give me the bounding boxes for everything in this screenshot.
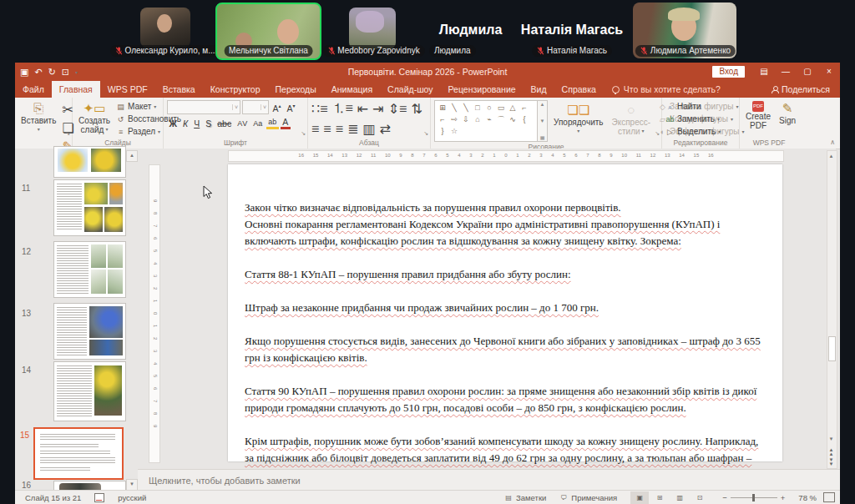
zoom-slider[interactable]	[731, 497, 777, 498]
zoom-in-icon[interactable]: +	[781, 493, 786, 502]
shape-elbow-arrow-icon[interactable]: ⌐	[437, 113, 448, 125]
font-size-select[interactable]: ˅	[242, 100, 269, 114]
decrease-font-size-button[interactable]: А▾	[285, 100, 297, 114]
increase-indent-icon[interactable]: ⇥	[372, 101, 383, 117]
tab-slideshow[interactable]: Слайд-шоу	[380, 81, 440, 98]
justify-icon[interactable]: ≣	[347, 121, 358, 137]
gallery-more-icon[interactable]: ▦	[540, 134, 545, 140]
participant-tile-no-video[interactable]: Наталія Магась Наталія Магась	[514, 3, 630, 60]
shape-curve-icon[interactable]: ∿	[507, 113, 519, 125]
font-dialog-launcher-icon[interactable]: ↘	[301, 130, 306, 137]
shape-triangle-icon[interactable]: △	[507, 102, 519, 113]
shape-textbox-icon[interactable]: ⊞	[437, 102, 448, 113]
collapse-ribbon-icon[interactable]: ∧	[830, 139, 835, 146]
sign-in-button[interactable]: Вход	[712, 66, 745, 78]
shape-arc-icon[interactable]: ⌒	[495, 113, 507, 125]
slide-thumbnail-11[interactable]	[54, 180, 125, 235]
normal-view-button[interactable]: ▣	[630, 491, 649, 504]
italic-button[interactable]: К	[181, 118, 190, 129]
ribbon-display-options-icon[interactable]: ▤	[753, 63, 775, 81]
new-slide-button[interactable]: ✦▭ Создать слайд▾	[76, 100, 113, 138]
text-shadow-button[interactable]: S	[204, 118, 214, 129]
slide-text-box[interactable]: Закон чітко визначає відповідальність за…	[245, 199, 766, 483]
shapes-gallery-scroll[interactable]: ▲ ▼ ▦	[538, 100, 548, 142]
slide-thumbnail-10-partial[interactable]	[54, 147, 125, 177]
shape-rectangle-icon[interactable]: □	[472, 102, 483, 113]
slide-thumbnail-12[interactable]	[54, 242, 125, 297]
notes-toggle[interactable]: ▤ Заметки	[498, 491, 553, 504]
align-right-icon[interactable]: ≡	[336, 122, 343, 137]
shape-brace-left-icon[interactable]: {	[519, 113, 530, 125]
shape-arrow-line-icon[interactable]: ╲	[460, 102, 472, 113]
font-name-select[interactable]: ˅	[167, 100, 240, 114]
character-spacing-button[interactable]: АV	[235, 118, 250, 129]
slide-sorter-view-button[interactable]: ⊞	[650, 491, 669, 504]
smartart-convert-icon[interactable]: ⇄	[380, 121, 391, 137]
line-spacing-icon[interactable]: ⇕≡	[388, 101, 407, 117]
scrollbar-thumb[interactable]	[828, 336, 836, 361]
highlight-color-button[interactable]: ab	[266, 118, 279, 129]
thumbnail-scroll-down-icon[interactable]: ▼	[126, 479, 138, 491]
reading-view-button[interactable]: ▥	[670, 491, 689, 504]
change-case-button[interactable]: Аа	[251, 118, 265, 129]
comments-toggle[interactable]: 🗩 Примечания	[553, 491, 624, 504]
slide-thumbnail-15-selected[interactable]	[33, 427, 124, 480]
zoom-level[interactable]: 78 %	[792, 493, 823, 502]
scroll-up-icon[interactable]: ▲	[827, 152, 835, 160]
vertical-scrollbar[interactable]: ▲ ▼ ▲▲ ▼▼	[827, 150, 837, 469]
text-direction-icon[interactable]: ⇅	[411, 101, 422, 117]
share-button[interactable]: Поделиться	[761, 81, 840, 98]
close-button[interactable]: ×	[818, 63, 840, 81]
tab-wps-pdf[interactable]: WPS PDF	[100, 81, 155, 98]
select-button[interactable]: ▷Выделить▾	[665, 127, 721, 137]
zoom-control[interactable]: − +	[716, 493, 792, 502]
quick-styles-button[interactable]: ◌ Экспресс- стили▾	[610, 100, 654, 142]
strikethrough-button[interactable]: abc	[215, 118, 234, 129]
slide-thumbnail-13[interactable]	[54, 304, 125, 359]
participant-tile[interactable]: Олександр Курило, м...	[114, 3, 215, 60]
shape-arrow-right-icon[interactable]: ⇨	[448, 113, 460, 125]
replace-button[interactable]: abЗаменить▾	[665, 114, 721, 124]
scroll-up-icon[interactable]: ▲	[540, 102, 545, 107]
next-slide-button[interactable]: ▼▼	[827, 458, 835, 466]
shape-freeform-icon[interactable]: ⌁	[483, 113, 495, 125]
arrange-button[interactable]: ❏❏ Упорядочить ▾	[551, 100, 606, 142]
tab-review[interactable]: Рецензирование	[441, 81, 524, 98]
slide-thumbnail-14[interactable]	[54, 362, 125, 421]
shape-pentagon-icon[interactable]: ⌂	[472, 113, 483, 125]
tab-view[interactable]: Вид	[524, 81, 554, 98]
shape-ellipse-icon[interactable]: ○	[483, 102, 495, 113]
previous-slide-button[interactable]: ▲▲	[827, 448, 835, 456]
participant-tile-no-video[interactable]: Людмила Людмила	[428, 3, 514, 60]
tab-help[interactable]: Справка	[554, 81, 604, 98]
find-button[interactable]: ⌕Найти	[665, 102, 721, 112]
scroll-down-icon[interactable]: ▼	[540, 118, 545, 123]
participant-tile[interactable]: Medobory Zapovidnyk	[327, 3, 420, 60]
restore-button[interactable]: ▢	[797, 63, 818, 81]
fit-slide-to-window-button[interactable]	[823, 492, 835, 502]
tab-animations[interactable]: Анимация	[324, 81, 380, 98]
shapes-gallery[interactable]: ⊞╲╲□○▭ △⌐⌐⇨⇩⌂ ⌁⌒∿{}☆ ▲ ▼ ▦	[434, 100, 548, 142]
sign-button[interactable]: ✎ Sign	[777, 100, 798, 138]
tab-design[interactable]: Конструктор	[203, 81, 268, 98]
tell-me-search[interactable]: Что вы хотите сделать?	[604, 81, 729, 98]
tab-home[interactable]: Главная	[52, 81, 100, 98]
shape-line-icon[interactable]: ╲	[448, 102, 460, 113]
tab-insert[interactable]: Вставка	[155, 81, 203, 98]
align-left-icon[interactable]: ≡	[311, 122, 319, 137]
shape-star-icon[interactable]: ☆	[448, 125, 460, 137]
scroll-down-icon[interactable]: ▼	[827, 435, 835, 443]
zoom-slider-thumb[interactable]	[752, 494, 755, 501]
increase-font-size-button[interactable]: А▴	[271, 100, 283, 114]
paragraph-dialog-launcher-icon[interactable]: ↘	[423, 130, 428, 137]
spellcheck-status[interactable]	[88, 493, 111, 502]
shapes-gallery-box[interactable]: ⊞╲╲□○▭ △⌐⌐⇨⇩⌂ ⌁⌒∿{}☆	[434, 100, 538, 142]
tab-file[interactable]: Файл	[15, 81, 52, 98]
slideshow-view-button[interactable]: ⊡	[691, 491, 709, 504]
clipboard-dialog-launcher-icon[interactable]: ↘	[65, 130, 70, 137]
shape-brace-right-icon[interactable]: }	[437, 125, 448, 137]
participant-tile-active-speaker[interactable]: Мельничук Світлана	[215, 3, 321, 60]
shape-rounded-rect-icon[interactable]: ▭	[495, 102, 507, 113]
shape-arrow-down-icon[interactable]: ⇩	[460, 113, 472, 125]
notes-pane[interactable]: Щелкните, чтобы добавить заметки	[138, 469, 840, 491]
